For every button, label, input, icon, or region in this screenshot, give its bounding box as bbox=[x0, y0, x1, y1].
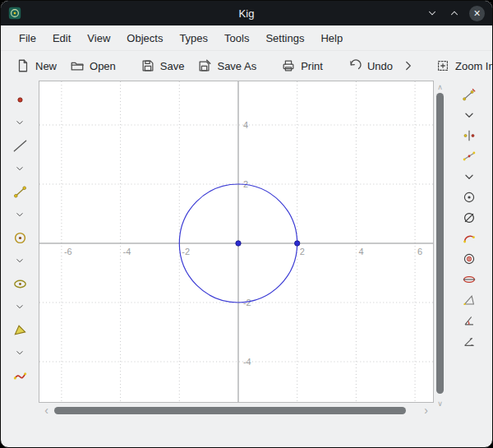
perp-tool-icon bbox=[462, 128, 477, 143]
line-tool-button[interactable] bbox=[9, 136, 30, 155]
midpoint-tool-icon bbox=[462, 149, 477, 164]
menu-edit[interactable]: Edit bbox=[44, 25, 79, 50]
minimize-button[interactable] bbox=[425, 6, 440, 21]
chevron-right-icon bbox=[401, 58, 416, 73]
menu-tools[interactable]: Tools bbox=[216, 25, 257, 50]
hide-tool-icon bbox=[462, 210, 477, 225]
circle-point-tool-icon bbox=[462, 252, 477, 266]
h-scroll-track[interactable] bbox=[53, 407, 419, 414]
left-tool-expander[interactable] bbox=[9, 113, 30, 132]
point-object[interactable] bbox=[295, 241, 300, 246]
vector-angle-tool-icon bbox=[462, 334, 477, 349]
x-tick-label: -2 bbox=[182, 247, 190, 256]
print-button[interactable]: Print bbox=[274, 54, 329, 77]
scroll-left-icon[interactable]: ‹ bbox=[41, 404, 52, 416]
close-button[interactable]: × bbox=[469, 6, 485, 21]
window-title: Kig bbox=[1, 7, 492, 20]
seg-mark-tool-button[interactable] bbox=[458, 87, 480, 102]
x-tick-label: -4 bbox=[123, 247, 131, 256]
toolbar-overflow-button[interactable] bbox=[399, 54, 417, 77]
right-tool-expander[interactable] bbox=[458, 108, 480, 122]
left-toolbar bbox=[1, 81, 39, 447]
point-object[interactable] bbox=[236, 241, 241, 246]
arc-tool-icon bbox=[462, 231, 477, 246]
right-tool-expander[interactable] bbox=[458, 169, 480, 184]
midpoint-tool-button[interactable] bbox=[458, 149, 480, 164]
geometry-canvas[interactable]: -6-4-224642-2-4 bbox=[39, 81, 433, 402]
polygon-tool-button[interactable] bbox=[9, 321, 30, 339]
vertical-scrollbar[interactable]: ∧ ∨ bbox=[434, 81, 446, 409]
arc-tool-button[interactable] bbox=[458, 231, 480, 246]
toolbar-button-label: Save As bbox=[217, 60, 256, 72]
circle-center-tool-button[interactable] bbox=[458, 190, 480, 205]
toolbar: NewOpenSaveSave AsPrintUndoZoom In bbox=[1, 50, 492, 81]
hide-tool-button[interactable] bbox=[458, 210, 480, 225]
minimize-icon bbox=[426, 7, 438, 19]
window-controls: × bbox=[425, 6, 485, 21]
v-scroll-track[interactable] bbox=[436, 92, 444, 399]
new-button[interactable]: New bbox=[9, 54, 63, 77]
undo-icon bbox=[348, 58, 362, 73]
maximize-icon bbox=[449, 7, 460, 19]
toolbar-button-label: Open bbox=[90, 60, 116, 72]
point-tool-button[interactable] bbox=[9, 90, 30, 109]
menu-help[interactable]: Help bbox=[312, 25, 351, 50]
menu-view[interactable]: View bbox=[79, 25, 118, 50]
toolbar-button-label: Undo bbox=[367, 60, 393, 72]
x-tick-label: -6 bbox=[64, 247, 72, 256]
scroll-down-icon[interactable]: ∨ bbox=[437, 400, 443, 408]
save-button[interactable]: Save bbox=[134, 54, 191, 77]
conic-tool-button[interactable] bbox=[9, 275, 30, 293]
circle-tool-button[interactable] bbox=[9, 229, 30, 247]
triangle-test-tool-icon bbox=[462, 293, 477, 307]
folder-open-icon bbox=[70, 58, 85, 73]
chevron-down-icon bbox=[13, 301, 26, 312]
chevron-down-icon bbox=[462, 108, 477, 122]
doc-new-icon bbox=[16, 58, 30, 73]
v-scroll-thumb[interactable] bbox=[436, 93, 444, 394]
menu-objects[interactable]: Objects bbox=[118, 25, 171, 50]
left-tool-expander[interactable] bbox=[9, 298, 30, 316]
undo-button[interactable]: Undo bbox=[341, 54, 399, 77]
perp-tool-button[interactable] bbox=[458, 128, 480, 143]
conic-line-tool-icon bbox=[462, 272, 477, 287]
menu-types[interactable]: Types bbox=[171, 25, 216, 50]
menu-settings[interactable]: Settings bbox=[257, 25, 312, 50]
chevron-down-icon bbox=[462, 169, 477, 184]
transform-tool-button[interactable] bbox=[9, 367, 30, 385]
menu-file[interactable]: File bbox=[11, 25, 44, 50]
zoom-in-button[interactable]: Zoom In bbox=[429, 54, 493, 77]
save-icon bbox=[141, 58, 155, 73]
kig-app-icon bbox=[8, 7, 21, 20]
kig-window: Kig × FileEditViewObjectsTypesToolsSetti… bbox=[0, 0, 493, 448]
toolbar-button-label: Print bbox=[301, 60, 323, 72]
app-icon bbox=[8, 7, 21, 20]
left-tool-expander[interactable] bbox=[9, 206, 30, 224]
maximize-button[interactable] bbox=[447, 6, 462, 21]
angle-tool-icon bbox=[462, 313, 477, 328]
save-as-button[interactable]: Save As bbox=[191, 54, 263, 77]
transform-tool-icon bbox=[12, 368, 28, 384]
conic-line-tool-button[interactable] bbox=[458, 272, 480, 287]
triangle-test-tool-button[interactable] bbox=[458, 293, 480, 307]
toolbar-button-label: Save bbox=[160, 60, 185, 72]
line-tool-icon bbox=[12, 138, 28, 154]
canvas-area[interactable]: -6-4-224642-2-4 bbox=[39, 81, 434, 403]
chevron-down-icon bbox=[13, 163, 26, 174]
left-tool-expander[interactable] bbox=[9, 159, 30, 178]
segment-tool-icon bbox=[12, 184, 28, 200]
circle-point-tool-button[interactable] bbox=[458, 252, 480, 266]
open-button[interactable]: Open bbox=[63, 54, 122, 77]
h-scroll-thumb[interactable] bbox=[54, 407, 406, 414]
scroll-right-icon[interactable]: › bbox=[421, 404, 431, 416]
horizontal-scrollbar[interactable]: ‹ › bbox=[39, 403, 434, 418]
angle-tool-button[interactable] bbox=[458, 313, 480, 328]
circle-tool-icon bbox=[12, 230, 28, 246]
left-tool-expander[interactable] bbox=[9, 344, 30, 362]
left-tool-expander[interactable] bbox=[9, 252, 30, 270]
vector-angle-tool-button[interactable] bbox=[458, 334, 480, 349]
segment-tool-button[interactable] bbox=[9, 182, 30, 201]
titlebar: Kig × bbox=[1, 1, 492, 25]
scroll-up-icon[interactable]: ∧ bbox=[437, 83, 443, 91]
status-area bbox=[39, 418, 434, 447]
